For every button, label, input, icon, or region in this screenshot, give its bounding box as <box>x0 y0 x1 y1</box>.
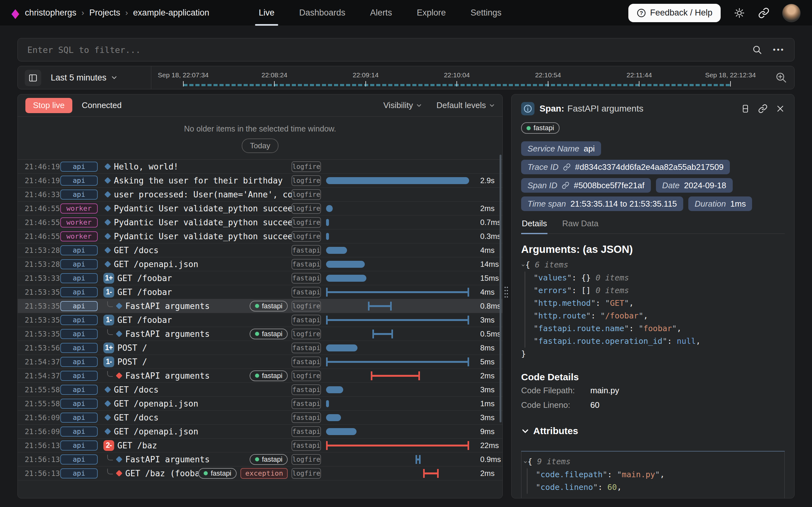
service-badge[interactable]: api <box>60 329 98 339</box>
table-row[interactable]: 21:53:56api1+POST /fastapi8ms <box>18 341 502 355</box>
service-pill[interactable]: fastapi <box>250 454 288 465</box>
child-count-badge[interactable]: 1- <box>103 315 114 326</box>
span-message[interactable]: GET /foobar <box>117 287 172 297</box>
instrumentation-tag[interactable]: logfire <box>292 329 321 339</box>
span-message[interactable]: GET /foobar <box>117 274 172 283</box>
time-range-dropdown[interactable]: Last 5 minutes <box>51 66 117 89</box>
service-badge[interactable]: api <box>60 315 98 325</box>
default-levels-dropdown[interactable]: Default levels <box>437 101 495 110</box>
table-row[interactable]: 21:53:33api1+GET /foobarfastapi15ms <box>18 271 502 285</box>
tab-raw-data[interactable]: Raw Data <box>561 219 599 233</box>
breadcrumb-item[interactable]: christophergs <box>25 8 77 18</box>
arguments-json[interactable]: ›{ 6 items"values": {} 0 items"errors": … <box>521 259 785 360</box>
breadcrumb-item[interactable]: Projects <box>89 8 120 18</box>
table-row[interactable]: 21:46:55workerPydantic User validate_pyt… <box>18 229 502 243</box>
instrumentation-tag[interactable]: logfire <box>292 371 321 381</box>
table-row[interactable]: 21:56:13apiGET /baz (foobar)fastapiexcep… <box>18 466 502 481</box>
instrumentation-tag[interactable]: logfire <box>292 161 321 172</box>
child-count-badge[interactable]: 1- <box>103 287 114 297</box>
instrumentation-tag[interactable]: logfire <box>292 454 321 465</box>
service-badge[interactable]: api <box>60 245 98 256</box>
instrumentation-tag[interactable]: fastapi <box>292 398 321 409</box>
span-message[interactable]: POST / <box>117 357 147 367</box>
feedback-help-button[interactable]: ? Feedback / Help <box>628 4 721 22</box>
sidebar-toggle-button[interactable] <box>25 70 41 86</box>
span-message[interactable]: Pydantic User validate_python succee <box>114 232 292 241</box>
nav-tab-settings[interactable]: Settings <box>468 0 503 26</box>
split-view-icon[interactable] <box>741 104 750 113</box>
service-badge[interactable]: api <box>60 427 98 437</box>
span-message[interactable]: user processed: User(name='Anne', co <box>114 190 292 199</box>
attributes-heading[interactable]: Attributes <box>521 426 785 436</box>
instrumentation-tag[interactable]: logfire <box>292 203 321 214</box>
service-badge[interactable]: api <box>60 176 98 186</box>
table-row[interactable]: 21:53:28apiGET /docsfastapi4ms <box>18 243 502 257</box>
table-row[interactable]: 21:55:58apiGET /docsfastapi3ms <box>18 383 502 397</box>
span-message[interactable]: FastAPI arguments <box>125 301 210 311</box>
search-icon[interactable] <box>752 45 762 55</box>
service-badge[interactable]: api <box>60 162 98 172</box>
span-message[interactable]: GET /openapi.json <box>114 260 198 269</box>
service-badge[interactable]: worker <box>60 204 98 214</box>
instrumentation-tag[interactable]: fastapi <box>292 259 321 270</box>
service-badge[interactable]: api <box>60 399 98 409</box>
span-message[interactable]: FastAPI arguments <box>125 455 210 464</box>
table-row[interactable]: 21:46:55workerPydantic User validate_pyt… <box>18 216 502 229</box>
table-row[interactable]: 21:53:28apiGET /openapi.jsonfastapi14ms <box>18 257 502 271</box>
service-badge[interactable]: api <box>60 343 98 353</box>
share-link-icon[interactable] <box>758 7 769 19</box>
table-row[interactable]: 21:53:35apiFastAPI argumentsfastapilogfi… <box>18 327 502 341</box>
table-row[interactable]: 21:54:37api1-POST /fastapi5ms <box>18 355 502 369</box>
span-message[interactable]: GET /docs <box>114 413 159 422</box>
table-row[interactable]: 21:56:13api2-GET /bazfastapi22ms <box>18 439 502 452</box>
service-badge[interactable]: api <box>60 189 98 200</box>
span-message[interactable]: FastAPI arguments <box>125 371 210 381</box>
service-tag-pill[interactable]: fastapi <box>521 122 560 134</box>
table-row[interactable]: 21:55:58apiGET /openapi.jsonfastapi1ms <box>18 397 502 411</box>
child-count-badge[interactable]: 1- <box>103 356 114 367</box>
nav-tab-explore[interactable]: Explore <box>415 0 448 26</box>
span-message[interactable]: GET /baz <box>117 441 157 450</box>
service-badge[interactable]: api <box>60 259 98 269</box>
instrumentation-tag[interactable]: logfire <box>292 175 321 186</box>
instrumentation-tag[interactable]: logfire <box>292 301 321 312</box>
theme-toggle-icon[interactable] <box>733 7 745 19</box>
span-message[interactable]: GET /openapi.json <box>114 399 198 408</box>
attributes-json[interactable]: ›{ 9 items"code.filepath": "main.py","co… <box>523 455 782 494</box>
child-count-badge[interactable]: 1+ <box>103 343 114 353</box>
service-badge[interactable]: api <box>60 287 98 297</box>
exception-tag[interactable]: exception <box>241 468 288 479</box>
span-message[interactable]: GET /openapi.json <box>114 427 198 436</box>
service-badge[interactable]: worker <box>60 217 98 228</box>
stop-live-button[interactable]: Stop live <box>26 98 72 113</box>
span-message[interactable]: Pydantic User validate_python succee <box>114 204 292 213</box>
instrumentation-tag[interactable]: fastapi <box>292 426 321 437</box>
table-row[interactable]: 21:56:09apiGET /openapi.jsonfastapi9ms <box>18 425 502 439</box>
span-message[interactable]: POST / <box>117 343 147 353</box>
metadata-pill[interactable]: Date2024-09-18 <box>656 178 733 193</box>
service-badge[interactable]: api <box>60 273 98 283</box>
instrumentation-tag[interactable]: logfire <box>292 468 321 479</box>
service-pill[interactable]: fastapi <box>250 301 288 312</box>
service-badge[interactable]: api <box>60 454 98 464</box>
span-message[interactable]: GET /foobar <box>117 315 172 325</box>
user-avatar[interactable] <box>782 4 801 22</box>
tab-details[interactable]: Details <box>521 219 548 234</box>
child-count-badge[interactable]: 2- <box>103 440 114 451</box>
instrumentation-tag[interactable]: fastapi <box>292 245 321 256</box>
pane-resize-handle[interactable] <box>504 286 508 298</box>
breadcrumb[interactable]: christophergs›Projects›example-applicati… <box>25 8 209 18</box>
breadcrumb-item[interactable]: example-application <box>133 8 209 18</box>
span-message[interactable]: Asking the user for their birthday <box>114 176 283 185</box>
service-badge[interactable]: api <box>60 385 98 395</box>
service-pill[interactable]: fastapi <box>250 371 288 381</box>
metadata-pill[interactable]: Time span21:53:35.114 to 21:53:35.115 <box>521 196 683 211</box>
table-row[interactable]: 21:46:33apiuser processed: User(name='An… <box>18 187 502 202</box>
service-pill[interactable]: fastapi <box>198 468 237 479</box>
table-row[interactable]: 21:46:19apiHello, world!logfire <box>18 160 502 174</box>
table-row[interactable]: 21:56:13apiFastAPI argumentsfastapilogfi… <box>18 452 502 466</box>
nav-tab-live[interactable]: Live <box>257 0 276 26</box>
today-button[interactable]: Today <box>242 138 278 153</box>
span-message[interactable]: GET /docs <box>114 245 159 255</box>
service-badge[interactable]: worker <box>60 231 98 241</box>
